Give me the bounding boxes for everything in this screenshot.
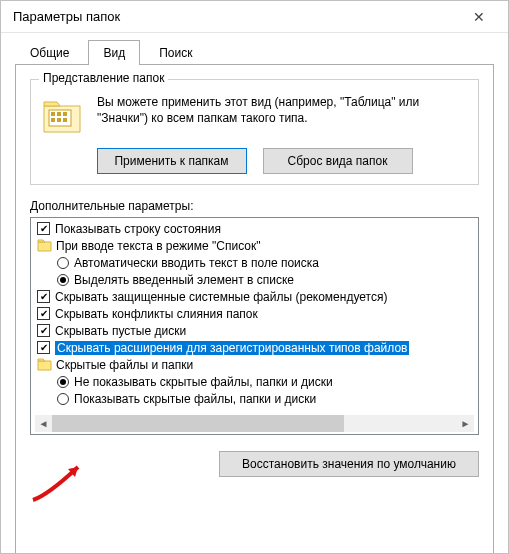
advanced-settings-tree[interactable]: Показывать строку состоянияПри вводе тек… xyxy=(30,217,479,435)
tree-item-label: Скрывать пустые диски xyxy=(55,324,186,338)
tree-item-label: Показывать скрытые файлы, папки и диски xyxy=(74,392,316,406)
radio-icon[interactable] xyxy=(57,274,69,286)
radio-icon[interactable] xyxy=(57,257,69,269)
tree-row[interactable]: Скрывать конфликты слияния папок xyxy=(35,305,478,322)
tree-row[interactable]: Выделять введенный элемент в списке xyxy=(35,271,478,288)
groupbox-title: Представление папок xyxy=(39,71,168,85)
tree-row[interactable]: Скрывать пустые диски xyxy=(35,322,478,339)
scroll-right-button[interactable]: ► xyxy=(457,415,474,432)
apply-to-folders-button[interactable]: Применить к папкам xyxy=(97,148,247,174)
svg-rect-4 xyxy=(51,118,55,122)
tree-row[interactable]: Скрывать защищенные системные файлы (рек… xyxy=(35,288,478,305)
tab-row: Общие Вид Поиск xyxy=(1,33,508,64)
svg-rect-2 xyxy=(57,112,61,116)
tree-item-label: Показывать строку состояния xyxy=(55,222,221,236)
scrollbar-track[interactable] xyxy=(52,415,457,432)
svg-rect-6 xyxy=(63,118,67,122)
tree-row[interactable]: Показывать строку состояния xyxy=(35,220,478,237)
tree-row[interactable]: Не показывать скрытые файлы, папки и дис… xyxy=(35,373,478,390)
folder-views-groupbox: Представление папок Вы можете применить … xyxy=(30,79,479,185)
checkbox-icon[interactable] xyxy=(37,290,50,303)
tree-item-label: Скрывать конфликты слияния папок xyxy=(55,307,258,321)
svg-rect-5 xyxy=(57,118,61,122)
radio-icon[interactable] xyxy=(57,376,69,388)
tree-item-label: Скрывать защищенные системные файлы (рек… xyxy=(55,290,387,304)
window-title: Параметры папок xyxy=(13,9,458,24)
scroll-left-button[interactable]: ◄ xyxy=(35,415,52,432)
checkbox-icon[interactable] xyxy=(37,222,50,235)
close-button[interactable]: ✕ xyxy=(458,1,500,33)
tree-row[interactable]: Показывать скрытые файлы, папки и диски xyxy=(35,390,478,407)
tab-general[interactable]: Общие xyxy=(15,40,84,65)
tab-search[interactable]: Поиск xyxy=(144,40,207,65)
reset-folder-view-button[interactable]: Сброс вида папок xyxy=(263,148,413,174)
tree-item-label: Выделять введенный элемент в списке xyxy=(74,273,294,287)
tree-row[interactable]: Скрытые файлы и папки xyxy=(35,356,478,373)
tab-view[interactable]: Вид xyxy=(88,40,140,65)
horizontal-scrollbar[interactable]: ◄ ► xyxy=(35,415,474,432)
tree-item-label: Автоматически вводить текст в поле поиск… xyxy=(74,256,319,270)
folder-icon xyxy=(37,239,52,252)
close-icon: ✕ xyxy=(473,9,485,25)
titlebar: Параметры папок ✕ xyxy=(1,1,508,33)
advanced-settings-label: Дополнительные параметры: xyxy=(30,199,479,213)
groupbox-text: Вы можете применить этот вид (например, … xyxy=(97,94,468,136)
checkbox-icon[interactable] xyxy=(37,307,50,320)
tab-content: Представление папок Вы можете применить … xyxy=(15,64,494,554)
checkbox-icon[interactable] xyxy=(37,341,50,354)
folder-view-icon xyxy=(41,94,83,136)
svg-rect-1 xyxy=(51,112,55,116)
scrollbar-thumb[interactable] xyxy=(52,415,344,432)
restore-defaults-button[interactable]: Восстановить значения по умолчанию xyxy=(219,451,479,477)
tree-item-label: Не показывать скрытые файлы, папки и дис… xyxy=(74,375,333,389)
tree-row[interactable]: Скрывать расширения для зарегистрированн… xyxy=(35,339,478,356)
tree-row[interactable]: При вводе текста в режиме "Список" xyxy=(35,237,478,254)
svg-rect-3 xyxy=(63,112,67,116)
checkbox-icon[interactable] xyxy=(37,324,50,337)
tree-item-label: Скрытые файлы и папки xyxy=(56,358,193,372)
radio-icon[interactable] xyxy=(57,393,69,405)
tree-item-label: При вводе текста в режиме "Список" xyxy=(56,239,261,253)
tree-row[interactable]: Автоматически вводить текст в поле поиск… xyxy=(35,254,478,271)
folder-icon xyxy=(37,358,52,371)
tree-item-label: Скрывать расширения для зарегистрированн… xyxy=(55,341,409,355)
